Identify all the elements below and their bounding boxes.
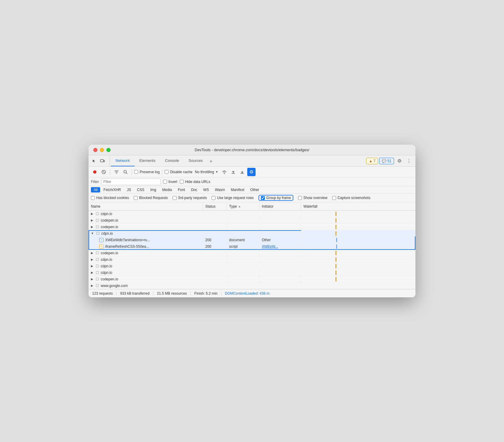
minimize-button[interactable]	[100, 148, 104, 152]
filter-type-media[interactable]: Media	[160, 187, 175, 192]
folder-icon: ☐	[96, 225, 99, 229]
settings-icon[interactable]: ⚙	[395, 157, 404, 165]
third-party-requests-input[interactable]	[173, 196, 177, 200]
toolbar-separator-1	[110, 169, 110, 175]
resource-type: document	[229, 238, 245, 242]
file-name: XWEeWdb?animations=ru...	[105, 238, 150, 242]
group-by-frame-checkbox[interactable]: Group by frame	[261, 196, 291, 200]
show-overview-checkbox[interactable]: Show overview	[298, 196, 327, 200]
devtools-window: DevTools - developer.chrome.com/docs/dev…	[89, 145, 415, 297]
upload-icon[interactable]	[229, 168, 237, 176]
preserve-log-checkbox[interactable]: Preserve log	[134, 170, 160, 174]
wifi-icon[interactable]	[220, 168, 228, 176]
tab-icons-area	[91, 155, 110, 166]
filter-type-img[interactable]: Img	[148, 187, 159, 192]
group-name: cdpn.io	[101, 212, 112, 216]
options-row: Has blocked cookies Blocked Requests 3rd…	[91, 195, 413, 201]
close-button[interactable]	[93, 148, 97, 152]
invert-input[interactable]	[163, 180, 167, 184]
folder-icon: ☐	[96, 284, 99, 288]
initiator: Other	[262, 238, 271, 242]
file-row-xwee[interactable]: ≡ XWEeWdb?animations=ru... 200 document …	[89, 237, 415, 243]
collapse-arrow-icon: ▶	[91, 258, 93, 261]
filter-type-wasm[interactable]: Wasm	[212, 187, 228, 192]
search-icon[interactable]	[122, 168, 129, 176]
capture-screenshots-checkbox[interactable]: Capture screenshots	[332, 196, 371, 200]
use-large-rows-checkbox[interactable]: Use large request rows	[212, 196, 253, 200]
more-options-icon[interactable]: ⋮	[405, 157, 413, 165]
col-name[interactable]: Name	[89, 202, 203, 210]
col-initiator[interactable]: Initiator	[259, 202, 301, 210]
filter-type-font[interactable]: Font	[175, 187, 188, 192]
doc-file-icon: ≡	[99, 238, 103, 242]
filter-type-all[interactable]: All	[91, 187, 100, 192]
capture-screenshots-input[interactable]	[332, 196, 336, 200]
preserve-log-input[interactable]	[134, 170, 138, 174]
disable-cache-input[interactable]	[165, 170, 168, 174]
file-row-iframe[interactable]: ◎ iframeRefreshCSS-550ea... 200 script X…	[89, 243, 415, 250]
group-row-codepen-3[interactable]: ▶ ☐ codepen.io	[89, 250, 415, 256]
group-row-cdpn-3[interactable]: ▶ ☐ cdpn.io	[89, 263, 415, 269]
tab-elements[interactable]: Elements	[135, 155, 160, 166]
status-code: 200	[205, 244, 211, 249]
tab-console[interactable]: Console	[160, 155, 184, 166]
filter-bar: Filter Invert Hide data URLs	[89, 177, 415, 186]
group-row-cdpn-4[interactable]: ▶ ☐ cdpn.io	[89, 269, 415, 276]
dom-content-loaded: DOMContentLoaded: 436 m	[221, 291, 273, 296]
waterfall-bar	[336, 258, 336, 262]
waterfall-bar	[336, 212, 336, 216]
has-blocked-cookies-input[interactable]	[91, 196, 95, 200]
download-icon[interactable]	[238, 168, 246, 176]
maximize-button[interactable]	[106, 148, 111, 152]
hide-data-urls-input[interactable]	[180, 180, 184, 184]
group-row-google[interactable]: ▶ ☐ www.google.com	[89, 282, 415, 289]
filter-label: Filter	[91, 180, 99, 184]
invert-checkbox[interactable]: Invert	[163, 180, 177, 184]
blocked-requests-input[interactable]	[134, 196, 138, 200]
clear-button[interactable]	[100, 168, 108, 176]
filter-type-other[interactable]: Other	[248, 187, 262, 192]
group-row-cdpn-expanded[interactable]: ▼ ☐ cdpn.io	[89, 230, 415, 237]
col-waterfall[interactable]: Waterfall	[301, 202, 415, 210]
script-file-icon: ◎	[99, 244, 103, 249]
transferred-size: 933 kB transferred	[116, 291, 153, 296]
window-title: DevTools - developer.chrome.com/docs/dev…	[195, 148, 309, 152]
has-blocked-cookies-checkbox[interactable]: Has blocked cookies	[91, 196, 129, 200]
device-toggle-icon[interactable]	[99, 158, 106, 164]
cursor-icon[interactable]	[91, 158, 97, 164]
filter-type-manifest[interactable]: Manifest	[228, 187, 247, 192]
show-overview-input[interactable]	[298, 196, 302, 200]
record-button[interactable]	[91, 168, 99, 176]
disable-cache-checkbox[interactable]: Disable cache	[165, 170, 192, 174]
more-tabs-button[interactable]: »	[207, 155, 215, 166]
hide-data-urls-checkbox[interactable]: Hide data URLs	[180, 180, 210, 184]
filter-icon[interactable]	[113, 168, 120, 176]
messages-badge[interactable]: 💬 51	[379, 158, 394, 164]
throttle-select[interactable]: No throttling ▼	[194, 169, 220, 175]
group-row-cdpn-2[interactable]: ▶ ☐ cdpn.io	[89, 256, 415, 263]
group-row-codepen-4[interactable]: ▶ ☐ codepen.io	[89, 276, 415, 282]
group-by-frame-input[interactable]	[261, 196, 265, 200]
warnings-badge[interactable]: ▲ 7	[366, 158, 378, 164]
filter-type-doc[interactable]: Doc	[188, 187, 200, 192]
col-type[interactable]: Type ▲	[227, 202, 259, 210]
svg-line-6	[126, 173, 127, 174]
use-large-rows-input[interactable]	[212, 196, 215, 200]
network-settings-button[interactable]: ⚙	[247, 168, 256, 176]
group-row-cdpn-1[interactable]: ▶ ☐ cdpn.io	[89, 211, 415, 217]
group-row-codepen-2[interactable]: ▶ ☐ codepen.io	[89, 224, 415, 230]
filter-type-fetch-xhr[interactable]: Fetch/XHR	[101, 187, 124, 192]
blocked-requests-checkbox[interactable]: Blocked Requests	[134, 196, 168, 200]
filter-type-js[interactable]: JS	[124, 187, 134, 192]
group-name: cdpn.io	[101, 258, 112, 262]
tab-network[interactable]: Network	[111, 155, 135, 166]
col-status[interactable]: Status	[203, 202, 227, 210]
table-body: ▶ ☐ cdpn.io ▶ ☐ codepe	[89, 211, 415, 289]
filter-type-ws[interactable]: WS	[201, 187, 212, 192]
tab-sources[interactable]: Sources	[184, 155, 208, 166]
status-code: 200	[205, 238, 211, 242]
filter-input[interactable]	[101, 179, 161, 185]
third-party-requests-checkbox[interactable]: 3rd-party requests	[173, 196, 207, 200]
group-row-codepen-1[interactable]: ▶ ☐ codepen.io	[89, 217, 415, 224]
filter-type-css[interactable]: CSS	[134, 187, 147, 192]
